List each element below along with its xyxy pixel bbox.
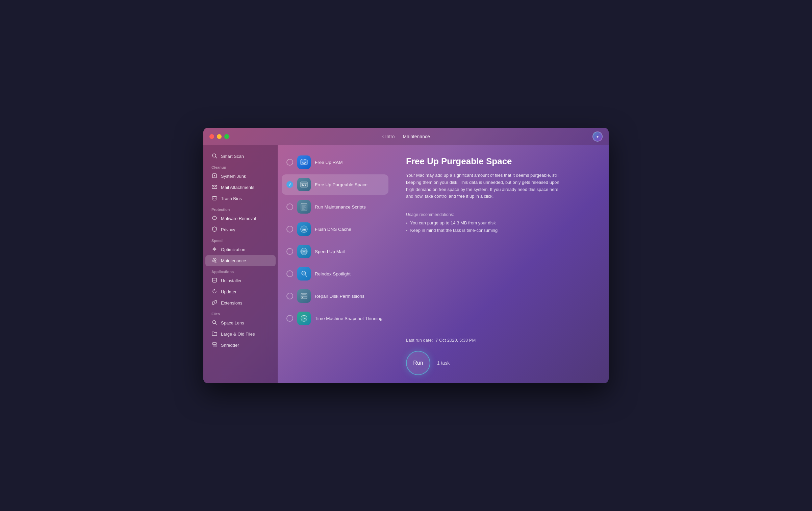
task-icon-disk <box>297 289 311 303</box>
sidebar: Smart Scan Cleanup System Junk <box>203 145 278 383</box>
svg-point-61 <box>302 297 303 298</box>
sidebar-item-label: Maintenance <box>221 258 246 263</box>
detail-panel: Free Up Purgeable Space Your Mac may add… <box>392 145 609 383</box>
last-run-info: Last run date: 7 Oct 2020, 5:38 PM <box>406 338 595 343</box>
svg-rect-59 <box>301 293 307 299</box>
task-radio-repair-disk[interactable] <box>286 293 293 299</box>
privacy-icon <box>211 226 218 233</box>
titlebar: ‹ Intro Maintenance ● <box>203 128 609 145</box>
main-area: RAM Free Up RAM <box>278 145 609 383</box>
mail-icon <box>211 184 218 191</box>
recommendations-label: Usage recommendations: <box>406 212 595 217</box>
minimize-button[interactable] <box>217 134 222 139</box>
sidebar-item-malware-removal[interactable]: Malware Removal <box>205 213 276 224</box>
app-window: ‹ Intro Maintenance ● Smart Scan <box>203 128 609 383</box>
window-content: Smart Scan Cleanup System Junk <box>203 145 609 383</box>
run-button[interactable]: Run <box>406 351 430 375</box>
svg-rect-44 <box>302 184 303 186</box>
tasks-count: 1 task <box>437 360 450 366</box>
traffic-lights <box>209 134 229 139</box>
last-run-date: 7 Oct 2020, 5:38 PM <box>435 338 476 343</box>
malware-icon <box>211 215 218 222</box>
svg-rect-45 <box>303 185 304 186</box>
sidebar-item-space-lens[interactable]: Space Lens <box>205 317 276 328</box>
avatar-icon: ● <box>596 134 599 139</box>
sidebar-item-system-junk[interactable]: System Junk <box>205 171 276 182</box>
section-label-protection: Protection <box>203 204 278 213</box>
sidebar-item-label: Trash Bins <box>221 196 242 201</box>
folder-icon <box>211 331 218 337</box>
task-label-reindex-spotlight: Reindex Spotlight <box>315 271 351 276</box>
task-item-free-up-purgeable[interactable]: Free Up Purgeable Space <box>282 174 388 195</box>
task-item-speed-up-mail[interactable]: Speed Up Mail <box>282 241 388 262</box>
bullet-item: You can purge up to 14,3 MB from your di… <box>406 220 595 226</box>
sidebar-item-maintenance[interactable]: Maintenance <box>205 255 276 266</box>
bullet-text: You can purge up to 14,3 MB from your di… <box>410 220 496 225</box>
svg-line-19 <box>213 258 214 260</box>
task-radio-free-up-purgeable[interactable] <box>286 181 293 188</box>
sidebar-item-mail-attachments[interactable]: Mail Attachments <box>205 182 276 193</box>
task-icon-mail <box>297 245 311 258</box>
sidebar-item-smart-scan[interactable]: Smart Scan <box>205 151 276 162</box>
sidebar-item-large-old-files[interactable]: Large & Old Files <box>205 328 276 340</box>
detail-description: Your Mac may add up a significant amount… <box>406 172 561 200</box>
task-item-repair-disk[interactable]: Repair Disk Permissions <box>282 286 388 306</box>
sidebar-item-trash-bins[interactable]: Trash Bins <box>205 193 276 204</box>
detail-bullets: You can purge up to 14,3 MB from your di… <box>406 220 595 233</box>
detail-title: Free Up Purgeable Space <box>406 156 595 167</box>
task-label-free-up-purgeable: Free Up Purgeable Space <box>315 182 367 187</box>
shredder-icon <box>211 342 218 348</box>
svg-text:RAM: RAM <box>302 162 306 164</box>
sidebar-item-label: Malware Removal <box>221 216 256 221</box>
task-icon-scripts <box>297 200 311 214</box>
svg-point-3 <box>214 175 215 176</box>
sidebar-item-label: Updater <box>221 289 236 294</box>
sidebar-item-uninstaller[interactable]: Uninstaller <box>205 275 276 286</box>
task-icon-dns: DNS <box>297 222 311 236</box>
back-button[interactable]: ‹ Intro <box>382 133 395 140</box>
task-item-reindex-spotlight[interactable]: Reindex Spotlight <box>282 264 388 284</box>
task-radio-reindex-spotlight[interactable] <box>286 270 293 277</box>
maintenance-icon <box>211 258 218 264</box>
sidebar-item-label: Smart Scan <box>221 154 244 159</box>
svg-text:DNS: DNS <box>302 228 306 231</box>
task-label-free-up-ram: Free Up RAM <box>315 160 343 165</box>
maximize-button[interactable] <box>224 134 229 139</box>
task-icon-spotlight <box>297 267 311 281</box>
sidebar-item-shredder[interactable]: Shredder <box>205 340 276 351</box>
system-junk-icon <box>211 173 218 179</box>
section-label-applications: Applications <box>203 266 278 275</box>
section-label-cleanup: Cleanup <box>203 162 278 171</box>
task-item-time-machine[interactable]: Time Machine Snapshot Thinning <box>282 308 388 328</box>
task-item-maintenance-scripts[interactable]: Run Maintenance Scripts <box>282 197 388 217</box>
sidebar-item-updater[interactable]: Updater <box>205 286 276 297</box>
sidebar-item-privacy[interactable]: Privacy <box>205 224 276 235</box>
task-radio-speed-up-mail[interactable] <box>286 248 293 255</box>
section-label-files: Files <box>203 309 278 317</box>
smart-scan-icon <box>211 153 218 160</box>
task-icon-purgeable <box>297 178 311 191</box>
sidebar-item-label: Uninstaller <box>221 278 242 283</box>
avatar[interactable]: ● <box>592 131 603 142</box>
sidebar-item-extensions[interactable]: Extensions <box>205 297 276 309</box>
task-label-time-machine: Time Machine Snapshot Thinning <box>315 316 382 321</box>
svg-point-20 <box>213 260 214 262</box>
last-run-label: Last run date: <box>406 338 433 343</box>
titlebar-center: ‹ Intro Maintenance <box>382 133 430 140</box>
detail-footer: Last run date: 7 Oct 2020, 5:38 PM Run 1… <box>406 330 595 375</box>
svg-line-26 <box>215 323 217 325</box>
svg-rect-23 <box>212 302 214 305</box>
space-lens-icon <box>211 320 218 326</box>
task-radio-time-machine[interactable] <box>286 315 293 322</box>
task-label-flush-dns: Flush DNS Cache <box>315 227 351 232</box>
extensions-icon <box>211 300 218 306</box>
task-radio-maintenance-scripts[interactable] <box>286 203 293 210</box>
close-button[interactable] <box>209 134 214 139</box>
task-radio-free-up-ram[interactable] <box>286 159 293 166</box>
sidebar-item-label: Large & Old Files <box>221 332 255 337</box>
sidebar-item-optimization[interactable]: Optimization <box>205 244 276 255</box>
task-item-free-up-ram[interactable]: RAM Free Up RAM <box>282 152 388 172</box>
task-list: RAM Free Up RAM <box>278 145 392 383</box>
task-item-flush-dns[interactable]: DNS Flush DNS Cache <box>282 219 388 239</box>
task-radio-flush-dns[interactable] <box>286 226 293 233</box>
